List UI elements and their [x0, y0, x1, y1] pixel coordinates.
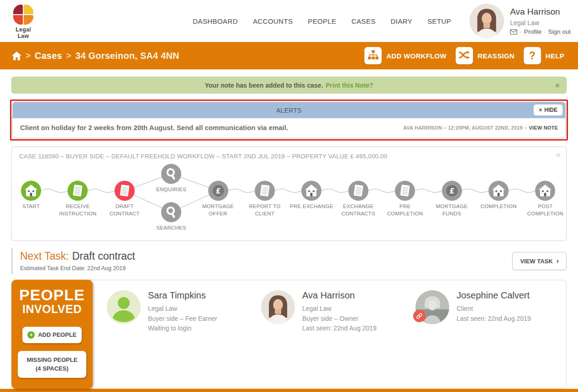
user-name: Ava Harrison [510, 5, 571, 18]
people-involved-panel: PEOPLE INVOLVED + ADD PEOPLE MISSING PEO… [11, 280, 93, 389]
breadcrumb-bar: > Cases > 34 Gorseinon, SA4 4NN ADD WORK… [0, 42, 578, 69]
link-badge-icon [413, 310, 426, 322]
workflow-step-label: START [8, 203, 54, 210]
workflow-step-searches[interactable]: SEARCHES [148, 202, 194, 232]
workflow-step-label: POST COMPLETION [522, 203, 568, 217]
person-detail: Buyer side – Fee Earner [148, 314, 217, 324]
workflow-step-label: MORTGAGE FUNDS [429, 203, 475, 217]
breadcrumb-cases-link[interactable]: Cases [35, 51, 62, 61]
workflow-step-report-to-client[interactable]: REPORT TO CLIENT [242, 181, 288, 217]
close-icon: × [539, 107, 542, 113]
brand-logo[interactable]: Legal Law [10, 5, 37, 39]
view-note-link[interactable]: VIEW NOTE [529, 125, 558, 131]
reassign-label[interactable]: REASSIGN [478, 52, 515, 60]
help-label[interactable]: HELP [546, 52, 564, 60]
workflow-step-label: SEARCHES [148, 225, 194, 232]
user-avatar[interactable] [469, 4, 504, 38]
alert-meta: AVA HARRISON – 12:20PM, AUGUST 22ND, 201… [403, 125, 527, 131]
avatar [107, 290, 141, 324]
nav-item-dashboard[interactable]: DASHBOARD [193, 17, 238, 25]
person-card-ava-harrison[interactable]: Ava HarrisonLegal LawBuyer side – OwnerL… [261, 290, 407, 334]
workflow-step-post-completion[interactable]: POST COMPLETION [522, 181, 568, 217]
alert-item: Client on holiday for 2 weeks from 20th … [13, 118, 565, 138]
chevron-right-icon: › [557, 257, 559, 265]
view-task-label: VIEW TASK [520, 258, 552, 265]
workflow-step-label: MORTGAGE OFFER [195, 203, 241, 217]
home-icon[interactable] [12, 52, 21, 60]
workflow-step-label: PRE COMPLETION [382, 203, 428, 217]
person-detail: Last seen: 22nd Aug 2019 [302, 324, 377, 334]
workflow-step-pre-completion[interactable]: PRE COMPLETION [382, 181, 428, 217]
workflow-diagram: STARTRECEIVE INSTRUCTIONDRAFT CONTRACTEN… [19, 162, 559, 238]
separator: · [520, 27, 522, 37]
alerts-card: ALERTS × HIDE Client on holiday for 2 we… [12, 102, 566, 138]
separator: · [544, 27, 546, 37]
workflow-step-completion[interactable]: COMPLETION [476, 181, 521, 210]
add-people-label: ADD PEOPLE [38, 331, 77, 338]
add-workflow-button[interactable] [364, 47, 382, 64]
workflow-step-enquiries[interactable]: ENQUIRIES [148, 164, 194, 193]
document-icon [348, 181, 368, 201]
nav-item-setup[interactable]: SETUP [427, 17, 451, 25]
hide-label: HIDE [544, 107, 557, 113]
breadcrumb-current: 34 Gorseinon, SA4 4NN [75, 51, 179, 61]
workflow-step-label: DRAFT CONTRACT [102, 203, 147, 217]
view-task-button[interactable]: VIEW TASK › [512, 252, 567, 270]
nav-item-people[interactable]: PEOPLE [308, 17, 336, 25]
add-people-button[interactable]: + ADD PEOPLE [22, 327, 82, 343]
workflow-step-draft-contract[interactable]: DRAFT CONTRACT [102, 181, 147, 217]
workflow-step-exchange-contracts[interactable]: EXCHANGE CONTRACTS [336, 181, 381, 217]
people-cards: Sara TimpkinsLegal LawBuyer side – Fee E… [86, 280, 567, 389]
messages-icon[interactable] [510, 29, 517, 35]
workflow-step-start[interactable]: START [8, 181, 54, 210]
note-added-notification: Your note has been added to this case. P… [11, 77, 567, 94]
close-icon[interactable]: × [555, 81, 560, 89]
alert-message: Client on holiday for 2 weeks from 20th … [20, 124, 288, 131]
user-block: Ava Harrison Legal Law · Profile · Sign … [469, 4, 571, 38]
document-icon [395, 181, 415, 201]
person-card-sara-timpkins[interactable]: Sara TimpkinsLegal LawBuyer side – Fee E… [107, 290, 253, 334]
next-task-title: Draft contract [72, 250, 135, 262]
search-icon [161, 202, 181, 222]
breadcrumb-separator: > [26, 51, 31, 61]
avatar [261, 290, 295, 324]
print-note-link[interactable]: Print this Note? [326, 82, 373, 89]
close-icon[interactable]: × [556, 151, 561, 160]
missing-people-button[interactable]: MISSING PEOPLE (4 SPACES) [18, 351, 86, 378]
document-icon [115, 181, 135, 201]
nav-item-accounts[interactable]: ACCOUNTS [253, 17, 293, 25]
workflow-step-label: COMPLETION [476, 203, 521, 210]
help-button[interactable]: ? [524, 47, 541, 64]
alerts-annotation-outline: ALERTS × HIDE Client on holiday for 2 we… [10, 99, 568, 141]
workflow-step-receive-instruction[interactable]: RECEIVE INSTRUCTION [55, 181, 100, 217]
sign-out-link[interactable]: Sign out [548, 27, 571, 37]
task-end-date: Estimated Task End Date: 22nd Aug 2019 [20, 265, 135, 272]
person-detail: Legal Law [302, 304, 377, 314]
next-task-label: Next Task: [20, 250, 69, 262]
add-workflow-label[interactable]: ADD WORKFLOW [386, 52, 447, 60]
nav-item-diary[interactable]: DIARY [391, 17, 413, 25]
case-summary: CASE 116590 – BUYER SIDE – DEFAULT FREEH… [19, 153, 559, 160]
workflow-step-label: PRE EXCHANGE [289, 203, 334, 210]
workflow-step-mortgage-funds[interactable]: £MORTGAGE FUNDS [429, 181, 475, 217]
search-icon [161, 164, 181, 184]
profile-link[interactable]: Profile [524, 27, 541, 37]
person-name: Sara Timpkins [148, 290, 217, 301]
hide-alerts-button[interactable]: × HIDE [533, 104, 563, 116]
breadcrumb-separator: > [66, 51, 71, 61]
reassign-button[interactable] [456, 47, 473, 64]
workflow-step-pre-exchange[interactable]: PRE EXCHANGE [289, 181, 334, 210]
person-card-josephine-calvert[interactable]: Josephine CalvertClientLast seen: 22nd A… [415, 290, 562, 334]
people-involved-section: PEOPLE INVOLVED + ADD PEOPLE MISSING PEO… [11, 280, 567, 389]
workflow-step-label: REPORT TO CLIENT [242, 203, 288, 217]
notification-message: Your note has been added to this case. [205, 82, 323, 89]
person-detail: Client [457, 304, 531, 314]
workflow-step-mortgage-offer[interactable]: £MORTGAGE OFFER [195, 181, 241, 217]
house-icon [301, 181, 321, 201]
brand-name: Legal Law [10, 26, 37, 39]
question-mark-icon: ? [529, 50, 536, 62]
nav-item-cases[interactable]: CASES [352, 17, 376, 25]
next-task-section: Next Task:Draft contract Estimated Task … [11, 248, 567, 274]
alerts-header: ALERTS × HIDE [13, 102, 565, 118]
svg-text:£: £ [215, 187, 221, 195]
